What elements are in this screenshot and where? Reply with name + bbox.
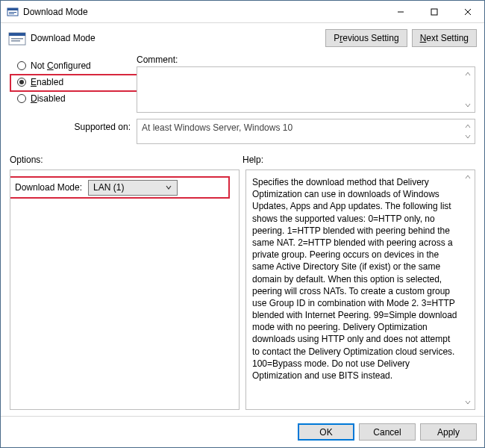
supported-on-box: At least Windows Server, Windows 10 — [137, 119, 475, 144]
scroll-down-icon[interactable] — [463, 100, 473, 111]
select-value: LAN (1) — [93, 182, 159, 193]
radio-label: Enabled — [31, 77, 63, 87]
svg-rect-10 — [11, 38, 23, 40]
comment-label: Comment: — [137, 55, 475, 65]
radio-label: Not Configured — [31, 60, 91, 71]
help-label: Help: — [242, 155, 475, 165]
titlebar: Download Mode — [1, 1, 484, 23]
download-mode-select[interactable]: LAN (1) — [88, 180, 178, 196]
radio-disabled[interactable]: Disabled — [10, 90, 137, 107]
scroll-up-icon[interactable] — [463, 172, 473, 182]
window-title: Download Mode — [23, 7, 384, 17]
footer: OK Cancel Apply — [1, 416, 484, 447]
radio-icon — [17, 94, 26, 103]
maximize-button[interactable] — [417, 1, 451, 22]
comment-textarea[interactable] — [137, 66, 475, 113]
options-label: Options: — [10, 155, 242, 165]
mid-labels: Options: Help: — [10, 155, 475, 165]
minimize-button[interactable] — [384, 1, 417, 22]
app-icon — [7, 6, 19, 18]
button-label: Next Setting — [420, 33, 469, 43]
svg-rect-9 — [9, 33, 25, 36]
button-label: Cancel — [373, 427, 401, 438]
scroll-up-icon[interactable] — [463, 121, 473, 131]
close-button[interactable] — [451, 1, 484, 22]
state-radios: Not Configured Enabled Disabled — [10, 55, 137, 113]
svg-rect-1 — [7, 8, 18, 10]
window: Download Mode Download Mode Previous Set… — [0, 0, 485, 448]
radio-not-configured[interactable]: Not Configured — [10, 57, 137, 74]
top-row: Not Configured Enabled Disabled Comment: — [10, 55, 475, 113]
button-label: Previous Setting — [334, 33, 398, 43]
panes: Download Mode: LAN (1) Specifies the dow… — [10, 169, 475, 410]
download-mode-label: Download Mode: — [15, 182, 82, 193]
comment-column: Comment: — [137, 55, 475, 113]
supported-on-text: At least Windows Server, Windows 10 — [142, 122, 292, 133]
radio-icon — [17, 78, 26, 87]
ok-button[interactable]: OK — [298, 423, 354, 441]
apply-button[interactable]: Apply — [420, 423, 477, 441]
previous-setting-button[interactable]: Previous Setting — [325, 29, 407, 47]
header: Download Mode Previous Setting Next Sett… — [1, 23, 484, 47]
supported-on-label: Supported on: — [10, 119, 137, 132]
cancel-button[interactable]: Cancel — [359, 423, 416, 441]
download-mode-row: Download Mode: LAN (1) — [10, 176, 230, 199]
supported-row: Supported on: At least Windows Server, W… — [10, 119, 475, 144]
help-text: Specifies the download method that Deliv… — [246, 170, 475, 388]
radio-enabled[interactable]: Enabled — [10, 74, 137, 90]
options-pane: Download Mode: LAN (1) — [10, 169, 240, 410]
svg-rect-11 — [11, 40, 20, 42]
next-setting-button[interactable]: Next Setting — [412, 29, 477, 47]
svg-rect-2 — [9, 12, 16, 13]
scroll-down-icon[interactable] — [463, 131, 473, 142]
chevron-down-icon — [163, 182, 174, 193]
body: Not Configured Enabled Disabled Comment: — [1, 47, 484, 416]
scroll-down-icon[interactable] — [463, 397, 473, 408]
button-label: OK — [319, 427, 332, 438]
help-pane: Specifies the download method that Deliv… — [245, 169, 475, 410]
radio-label: Disabled — [31, 93, 66, 104]
svg-rect-5 — [431, 9, 437, 15]
page-title: Download Mode — [31, 33, 321, 43]
policy-icon — [8, 30, 26, 46]
svg-rect-3 — [9, 13, 14, 14]
button-label: Apply — [437, 427, 460, 438]
radio-icon — [17, 61, 26, 70]
scroll-up-icon[interactable] — [463, 69, 473, 79]
